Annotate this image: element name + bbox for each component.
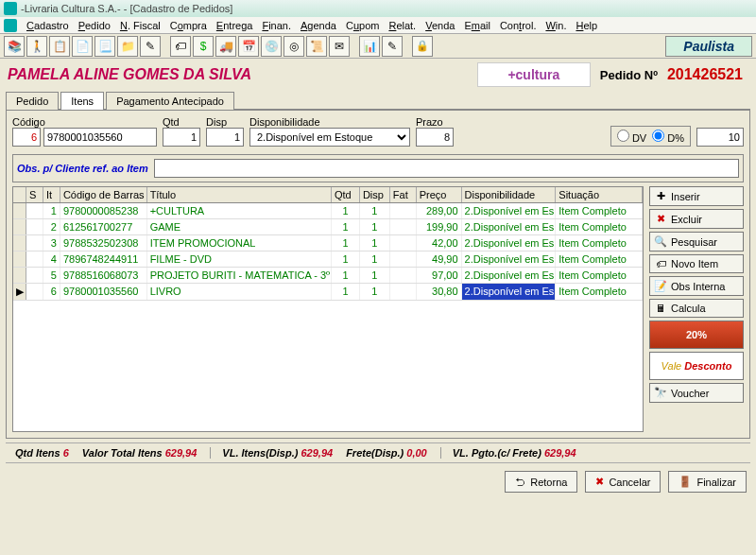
back-icon: ⮌	[515, 477, 525, 488]
codigo-label: Código	[12, 116, 157, 128]
tool-mail-icon[interactable]: ✉	[329, 36, 350, 57]
row-marker: ▶	[13, 284, 26, 300]
disp-label: Disp	[206, 116, 244, 128]
codigo-seq-input[interactable]	[12, 128, 41, 147]
tab-itens[interactable]: Itens	[60, 92, 104, 110]
menu-help[interactable]: Help	[576, 20, 597, 31]
frete-value: 0,00	[406, 447, 426, 459]
vld-label: VL. Itens(Disp.)	[222, 447, 298, 459]
menu-bar: Cadastro Pedido N. Fiscal Compra Entrega…	[0, 17, 756, 34]
tool-list-icon[interactable]: 📋	[49, 36, 70, 57]
calc-icon: 🖩	[654, 303, 667, 314]
inserir-button[interactable]: ✚Inserir	[649, 186, 744, 206]
menu-compra[interactable]: Compra	[170, 20, 207, 31]
vale-desconto-button[interactable]: Vale Desconto	[649, 352, 744, 380]
tool-folder-icon[interactable]: 📁	[117, 36, 138, 57]
qtd-label: Qtd	[163, 116, 200, 128]
col-fat[interactable]: Fat	[390, 187, 417, 202]
col-disp[interactable]: Disp	[360, 187, 390, 202]
col-s[interactable]: S	[26, 187, 43, 202]
disp-input[interactable]	[206, 128, 244, 147]
tool-sheet-icon[interactable]: 📄	[72, 36, 93, 57]
codigo-barcode-input[interactable]	[43, 128, 157, 147]
retorna-button[interactable]: ⮌Retorna	[505, 471, 577, 493]
menu-email[interactable]: Email	[464, 20, 490, 31]
col-it[interactable]: It	[43, 187, 60, 202]
prazo-input[interactable]	[416, 128, 454, 147]
table-row[interactable]: ▶69780001035560LIVRO1130,802.Disponível …	[13, 284, 643, 301]
items-grid[interactable]: S It Código de Barras Título Qtd Disp Fa…	[12, 186, 644, 432]
col-situacao[interactable]: Situação	[556, 187, 643, 202]
app-icon	[4, 2, 17, 15]
door-icon: 🚪	[679, 476, 692, 488]
tab-pagamento[interactable]: Pagamento Antecipado	[106, 92, 234, 110]
table-row[interactable]: 2612561700277GAME11199,902.Disponível em…	[13, 219, 643, 235]
footer-buttons: ⮌Retorna ✖Cancelar 🚪Finalizar	[0, 467, 756, 496]
col-dispon[interactable]: Disponibilidade	[462, 187, 557, 202]
promo-20-button[interactable]: 20%	[649, 321, 744, 349]
pesquisar-button[interactable]: 🔍Pesquisar	[649, 232, 744, 251]
x-icon: ✖	[654, 213, 667, 225]
menu-venda[interactable]: Venda	[425, 20, 455, 31]
col-titulo[interactable]: Título	[147, 187, 332, 202]
dperc-radio[interactable]: D%	[652, 130, 684, 144]
col-codigo[interactable]: Código de Barras	[60, 187, 147, 202]
tool-chart-icon[interactable]: 📊	[359, 36, 380, 57]
col-preco[interactable]: Preço	[417, 187, 462, 202]
cancelar-button[interactable]: ✖Cancelar	[585, 471, 661, 493]
tab-pedido[interactable]: Pedido	[6, 92, 59, 110]
obs-interna-button[interactable]: 📝Obs Interna	[649, 276, 744, 296]
col-qtd[interactable]: Qtd	[332, 187, 360, 202]
row-marker	[13, 219, 26, 234]
qtd-itens-value: 6	[63, 447, 69, 459]
tool-disc-icon[interactable]: 💿	[261, 36, 282, 57]
disponibilidade-select[interactable]: 2.Disponível em Estoque	[249, 128, 410, 147]
finalizar-button[interactable]: 🚪Finalizar	[668, 471, 747, 493]
menu-relat[interactable]: Relat.	[388, 20, 416, 31]
tool-books-icon[interactable]: 📚	[4, 36, 25, 57]
menu-win[interactable]: Win.	[545, 20, 566, 31]
discount-value-input[interactable]	[696, 128, 744, 147]
table-row[interactable]: 39788532502308ITEM PROMOCIONAL1142,002.D…	[13, 235, 643, 251]
menu-finan[interactable]: Finan.	[262, 20, 291, 31]
tool-edit2-icon[interactable]: ✎	[382, 36, 403, 57]
tool-money-icon[interactable]: $	[193, 36, 214, 57]
tool-edit-icon[interactable]: ✎	[140, 36, 161, 57]
calcula-button[interactable]: 🖩Calcula	[649, 299, 744, 318]
dv-radio[interactable]: DV	[617, 130, 646, 144]
tool-calendar-icon[interactable]: 📅	[238, 36, 259, 57]
tool-tag-icon[interactable]: 🏷	[170, 36, 191, 57]
table-row[interactable]: 19780000085238+CULTURA11289,002.Disponív…	[13, 203, 643, 219]
toolbar: 📚 🚶 📋 📄 📃 📁 ✎ 🏷 $ 🚚 📅 💿 ◎ 📜 ✉ 📊 ✎ 🔒 Paul…	[0, 34, 756, 59]
menu-cupom[interactable]: Cupom	[346, 20, 379, 31]
row-marker	[13, 235, 26, 251]
obs-input[interactable]	[154, 159, 739, 178]
tool-truck-icon[interactable]: 🚚	[215, 36, 236, 57]
tool-doc-icon[interactable]: 📃	[94, 36, 115, 57]
order-number: 201426521	[667, 66, 743, 83]
qtd-input[interactable]	[163, 128, 200, 147]
vlp-value: 629,94	[544, 447, 576, 459]
table-row[interactable]: 59788516068073PROJETO BURITI - MATEMATIC…	[13, 268, 643, 284]
table-row[interactable]: 47896748244911FILME - DVD1149,902.Dispon…	[13, 251, 643, 268]
menu-control[interactable]: Control.	[500, 20, 537, 31]
excluir-button[interactable]: ✖Excluir	[649, 209, 744, 229]
menu-pedido[interactable]: Pedido	[78, 20, 111, 31]
tool-lock-icon[interactable]: 🔒	[412, 36, 433, 57]
voucher-button[interactable]: 🔭Voucher	[649, 383, 744, 403]
tool-person-icon[interactable]: 🚶	[26, 36, 47, 57]
menu-agenda[interactable]: Agenda	[301, 20, 336, 31]
menu-entrega[interactable]: Entrega	[216, 20, 253, 31]
binoculars-icon: 🔭	[654, 387, 667, 399]
novo-item-button[interactable]: 🏷Novo Item	[649, 254, 744, 273]
tool-sheet2-icon[interactable]: 📜	[306, 36, 327, 57]
grid-header: S It Código de Barras Título Qtd Disp Fa…	[13, 187, 643, 203]
note-icon: 📝	[654, 280, 667, 292]
side-buttons: ✚Inserir ✖Excluir 🔍Pesquisar 🏷Novo Item …	[649, 186, 744, 432]
menu-nfiscal[interactable]: N. Fiscal	[120, 20, 161, 31]
row-marker	[13, 268, 26, 283]
row-marker	[13, 251, 26, 267]
menu-cadastro[interactable]: Cadastro	[26, 20, 69, 31]
discount-radiogroup: DV D%	[610, 126, 691, 147]
tool-target-icon[interactable]: ◎	[284, 36, 304, 57]
